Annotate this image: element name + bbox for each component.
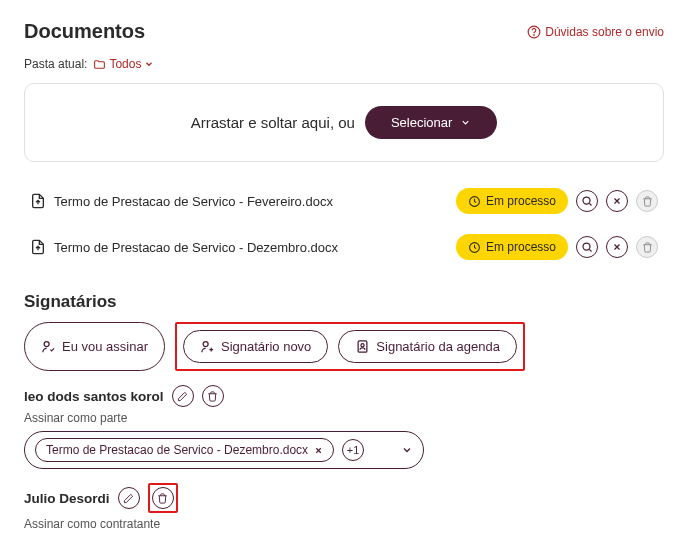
close-icon[interactable] [314,446,323,455]
delete-signer-button[interactable] [202,385,224,407]
file-name: Termo de Prestacao de Servico - Dezembro… [54,240,448,255]
trash-icon [642,196,653,207]
pencil-icon [123,493,134,504]
signatories-title: Signatários [24,292,664,312]
page-title: Documentos [24,20,145,43]
breadcrumb: Pasta atual: Todos [24,57,664,71]
breadcrumb-folder-name: Todos [109,57,141,71]
breadcrumb-folder[interactable]: Todos [93,57,154,71]
svg-point-6 [44,342,49,347]
close-icon [612,196,622,206]
question-circle-icon [527,25,541,39]
doc-chip: Termo de Prestacao de Servico - Dezembro… [35,438,334,462]
file-icon [30,239,46,255]
preview-button[interactable] [576,236,598,258]
delete-button[interactable] [636,190,658,212]
status-label: Em processo [486,240,556,254]
person-check-icon [41,339,56,354]
signer-block: Julio Desordi Assinar como contratante T… [24,483,664,536]
select-button-label: Selecionar [391,115,452,130]
chevron-down-icon [460,117,471,128]
svg-point-3 [583,197,590,204]
file-row: Termo de Prestacao de Servico - Dezembro… [24,226,664,272]
agenda-signatory-button[interactable]: Signatário da agenda [338,330,517,363]
status-badge: Em processo [456,234,568,260]
remove-button[interactable] [606,190,628,212]
close-icon [612,242,622,252]
clock-icon [468,195,481,208]
magnifier-icon [581,241,593,253]
file-row: Termo de Prestacao de Servico - Fevereir… [24,180,664,226]
svg-point-9 [361,344,364,347]
delete-signer-button[interactable] [152,487,174,509]
edit-signer-button[interactable] [118,487,140,509]
help-link[interactable]: Dúvidas sobre o envio [527,25,664,39]
svg-point-5 [583,243,590,250]
trash-icon [207,391,218,402]
svg-point-7 [203,342,208,347]
select-files-button[interactable]: Selecionar [365,106,497,139]
trash-icon [642,242,653,253]
breadcrumb-label: Pasta atual: [24,57,87,71]
extra-docs-badge: +1 [342,439,364,461]
trash-icon [157,493,168,504]
self-sign-label: Eu vou assinar [62,339,148,354]
signer-role: Assinar como parte [24,411,664,425]
remove-button[interactable] [606,236,628,258]
edit-signer-button[interactable] [172,385,194,407]
self-sign-button[interactable]: Eu vou assinar [24,322,165,371]
file-icon [30,193,46,209]
pencil-icon [177,391,188,402]
highlight-signatory-buttons: Signatário novo Signatário da agenda [175,322,525,371]
magnifier-icon [581,195,593,207]
contacts-icon [355,339,370,354]
file-dropzone[interactable]: Arrastar e soltar aqui, ou Selecionar [24,83,664,162]
dropzone-text: Arrastar e soltar aqui, ou [191,114,355,131]
preview-button[interactable] [576,190,598,212]
new-signatory-button[interactable]: Signatário novo [183,330,328,363]
delete-button[interactable] [636,236,658,258]
signer-doc-select[interactable]: Termo de Prestacao de Servico - Dezembro… [24,431,424,469]
signer-name: Julio Desordi [24,491,110,506]
signer-block: leo dods santos korol Assinar como parte… [24,385,664,469]
status-badge: Em processo [456,188,568,214]
status-label: Em processo [486,194,556,208]
highlight-delete-signer [148,483,178,513]
chevron-down-icon [144,59,154,69]
help-link-label: Dúvidas sobre o envio [545,25,664,39]
signer-name: leo dods santos korol [24,389,164,404]
svg-point-1 [534,34,535,35]
folder-icon [93,58,106,71]
doc-chip-label: Termo de Prestacao de Servico - Dezembro… [46,443,308,457]
clock-icon [468,241,481,254]
person-plus-icon [200,339,215,354]
signer-role: Assinar como contratante [24,517,664,531]
new-signatory-label: Signatário novo [221,339,311,354]
file-name: Termo de Prestacao de Servico - Fevereir… [54,194,448,209]
agenda-signatory-label: Signatário da agenda [376,339,500,354]
chevron-down-icon [401,444,413,456]
